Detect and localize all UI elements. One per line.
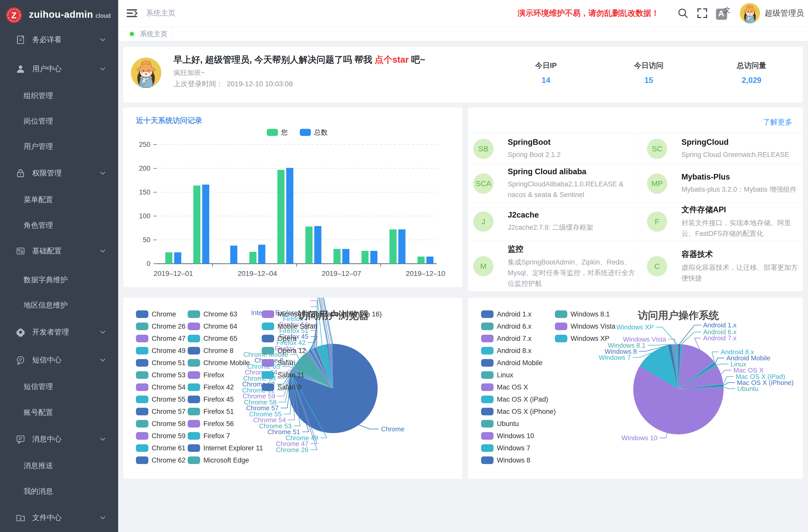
legend-item[interactable]: Chrome 8: [188, 346, 234, 355]
legend-item[interactable]: Chrome 62: [136, 456, 186, 465]
legend-item[interactable]: Chrome 65: [188, 334, 237, 343]
sidebar-item-19[interactable]: 文件中心: [0, 509, 118, 527]
legend-item[interactable]: Safari: [262, 358, 295, 367]
legend-item[interactable]: Mac OS X: [481, 383, 528, 392]
app-logo[interactable]: Z zuihou-admincloud: [0, 0, 118, 30]
legend-item[interactable]: Windows 8.1: [555, 310, 610, 319]
sidebar-item-17[interactable]: 消息推送: [0, 457, 118, 475]
language-icon[interactable]: A 文: [716, 6, 729, 20]
legend-swatch: [188, 347, 200, 354]
legend-item[interactable]: Mac OS X (iPad): [481, 395, 548, 404]
legend-item[interactable]: Microsoft Edge: [188, 456, 249, 465]
sidebar-item-12[interactable]: 开发者管理: [0, 323, 118, 341]
legend-item[interactable]: Chrome 26: [136, 322, 186, 331]
legend-item[interactable]: Chrome 57: [136, 407, 186, 416]
legend-item[interactable]: Firefox 42: [188, 383, 234, 392]
sidebar-item-3[interactable]: 组织管理: [0, 87, 118, 105]
legend-item[interactable]: Safari 9: [262, 383, 301, 392]
sidebar-item-15[interactable]: 账号配置: [0, 403, 118, 422]
legend-item[interactable]: Linux: [481, 370, 513, 380]
tech-desc: SpringCloudAlibaba2.1.0.RELEASE & nacos …: [508, 179, 636, 200]
legend-item[interactable]: Microsoft Edge (about:blank in 16): [262, 310, 382, 319]
legend-item[interactable]: Chrome 63: [188, 310, 237, 319]
legend-item[interactable]: Mobile Safari: [262, 322, 317, 331]
breadcrumb[interactable]: 系统主页: [146, 8, 176, 18]
user-avatar[interactable]: [740, 3, 760, 23]
star-link[interactable]: 点个star: [374, 55, 408, 65]
legend-item[interactable]: Android Mobile: [481, 358, 543, 367]
hamburger-icon[interactable]: [125, 6, 139, 20]
sidebar-item-9[interactable]: 基础配置: [0, 242, 118, 260]
sidebar-item-label: 我的消息: [23, 487, 53, 496]
legend-item[interactable]: Firefox: [188, 370, 224, 380]
sidebar-item-1[interactable]: 务必详看: [0, 31, 118, 49]
svg-text:200: 200: [139, 165, 150, 172]
legend-item[interactable]: Windows 8: [481, 456, 530, 465]
legend-item[interactable]: Mac OS X (iPhone): [481, 407, 556, 416]
top-navbar: 系统主页 演示环境维护不易，请勿乱删乱改数据！ A 文: [118, 0, 808, 26]
tech-name: Spring Cloud alibaba: [508, 167, 636, 176]
legend-item[interactable]: Chrome 53: [136, 370, 186, 380]
username[interactable]: 超级管理员: [765, 8, 804, 19]
sidebar-item-14[interactable]: 短信管理: [0, 378, 118, 396]
sidebar-item-5[interactable]: 用户管理: [0, 137, 118, 156]
legend-item[interactable]: Chrome: [136, 310, 176, 319]
legend-item[interactable]: Windows Vista: [555, 322, 616, 331]
last-login-time: 2019-12-10 10:03:08: [227, 80, 293, 88]
visits-bar-chart[interactable]: 0501001502002502019–12–012019–12–042019–…: [123, 108, 462, 287]
learn-more-link[interactable]: 了解更多: [763, 117, 792, 127]
tech-badge: SB: [473, 139, 494, 159]
legend-item[interactable]: Android 8.x: [481, 346, 532, 355]
sidebar-item-18[interactable]: 我的消息: [0, 482, 118, 500]
legend-item[interactable]: Opera: [262, 334, 296, 343]
legend-item[interactable]: Android 1.x: [481, 310, 532, 319]
sidebar-item-label: 菜单配置: [23, 195, 53, 205]
legend-item[interactable]: Chrome 54: [136, 383, 186, 392]
sidebar-item-16[interactable]: 消息中心: [0, 430, 118, 448]
legend-label: Opera: [277, 335, 296, 343]
sidebar-item-4[interactable]: 岗位管理: [0, 112, 118, 130]
legend-item[interactable]: Safari 11: [262, 370, 304, 380]
legend-item[interactable]: Chrome 55: [136, 395, 186, 404]
sidebar-item-13[interactable]: 短信中心: [0, 351, 118, 369]
legend-item[interactable]: Chrome 51: [136, 358, 186, 367]
sidebar-item-2[interactable]: 用户中心: [0, 60, 118, 78]
stat-value[interactable]: 2,029: [700, 76, 803, 85]
legend-swatch: [188, 432, 200, 440]
legend-item[interactable]: Chrome 64: [188, 322, 237, 331]
tech-badge: M: [473, 256, 494, 276]
legend-swatch: [188, 396, 200, 403]
legend-item[interactable]: Chrome 47: [136, 334, 186, 343]
legend-item[interactable]: Chrome 59: [136, 431, 186, 440]
legend-item[interactable]: Chrome 61: [136, 443, 186, 453]
sidebar-item-7[interactable]: 菜单配置: [0, 191, 118, 209]
stat-value[interactable]: 15: [597, 76, 700, 85]
legend-item[interactable]: Ubuntu: [481, 419, 519, 428]
legend-item[interactable]: Windows XP: [555, 334, 609, 343]
legend-item[interactable]: Firefox 7: [188, 431, 230, 440]
legend-item[interactable]: Chrome Mobile: [188, 358, 250, 367]
legend-item[interactable]: Opera 12: [262, 346, 306, 355]
legend-item[interactable]: Chrome 58: [136, 419, 186, 428]
chevron-down-icon: [99, 329, 106, 335]
sidebar-item-11[interactable]: 地区信息维护: [0, 296, 118, 314]
svg-text:2019–12–01: 2019–12–01: [153, 270, 193, 277]
legend-item[interactable]: Firefox 56: [188, 419, 234, 428]
sidebar-item-10[interactable]: 数据字典维护: [0, 271, 118, 289]
legend-item[interactable]: Windows 10: [481, 431, 534, 440]
legend-item[interactable]: Android 6.x: [481, 322, 532, 331]
legend-item[interactable]: Android 7.x: [481, 334, 532, 343]
tech-name: 监控: [508, 244, 636, 254]
tag-home[interactable]: 系统主页: [118, 26, 172, 41]
search-icon[interactable]: [677, 7, 689, 19]
legend-item[interactable]: Windows 7: [481, 443, 530, 453]
legend-item[interactable]: Firefox 51: [188, 407, 234, 416]
legend-item[interactable]: Chrome 49: [136, 346, 186, 355]
fullscreen-icon[interactable]: [696, 7, 708, 19]
legend-label: Chrome 49: [152, 347, 186, 355]
sidebar-item-6[interactable]: 权限管理: [0, 164, 118, 182]
legend-item[interactable]: Internet Explorer 11: [188, 443, 263, 453]
legend-item[interactable]: Firefox 45: [188, 395, 234, 404]
sidebar-item-8[interactable]: 角色管理: [0, 216, 118, 235]
stat-value[interactable]: 14: [495, 76, 597, 85]
